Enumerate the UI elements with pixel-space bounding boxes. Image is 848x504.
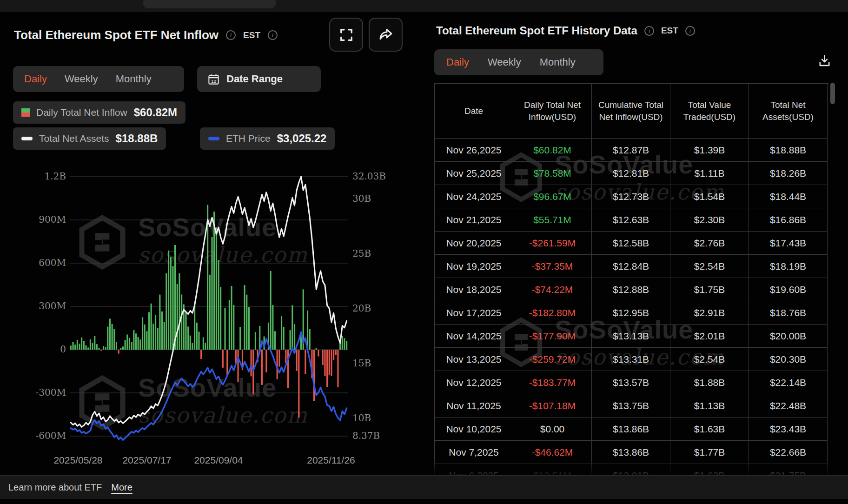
inflow-bar[interactable] xyxy=(335,350,337,355)
inflow-bar[interactable] xyxy=(83,341,85,350)
inflow-bar[interactable] xyxy=(174,245,176,350)
inflow-bar[interactable] xyxy=(168,251,169,350)
inflow-bar[interactable] xyxy=(205,343,206,350)
inflow-bar[interactable] xyxy=(283,327,285,350)
inflow-bar[interactable] xyxy=(342,336,343,350)
inflow-bar[interactable] xyxy=(346,341,347,350)
inflow-bar[interactable] xyxy=(244,285,245,350)
inflow-bar[interactable] xyxy=(233,305,234,350)
inflow-bar[interactable] xyxy=(318,350,319,357)
inflow-bar[interactable] xyxy=(305,350,306,374)
inflow-bar[interactable] xyxy=(94,336,95,350)
inflow-bar[interactable] xyxy=(225,308,226,350)
inflow-bar[interactable] xyxy=(103,346,104,350)
inflow-bar[interactable] xyxy=(226,350,228,375)
scrollbar-thumb[interactable] xyxy=(830,83,835,104)
inflow-bar[interactable] xyxy=(209,275,211,350)
inflow-bar[interactable] xyxy=(246,295,247,350)
inflow-bar[interactable] xyxy=(157,328,159,350)
inflow-bar[interactable] xyxy=(131,342,132,350)
inflow-bar[interactable] xyxy=(155,315,156,350)
download-button[interactable] xyxy=(815,50,834,71)
inflow-bar[interactable] xyxy=(179,273,180,350)
inflow-bar[interactable] xyxy=(92,343,93,350)
inflow-bar[interactable] xyxy=(313,350,315,401)
inflow-bar[interactable] xyxy=(337,350,338,387)
inflow-bar[interactable] xyxy=(287,350,289,388)
inflow-bar[interactable] xyxy=(294,324,295,350)
inflow-bar[interactable] xyxy=(198,332,199,350)
inflow-bar[interactable] xyxy=(270,271,272,350)
inflow-bar[interactable] xyxy=(187,326,189,350)
inflow-bar[interactable] xyxy=(99,348,100,350)
footer-more-link[interactable]: More xyxy=(111,482,132,493)
inflow-bar[interactable] xyxy=(152,324,154,350)
inflow-bar[interactable] xyxy=(181,294,182,350)
inflow-bar[interactable] xyxy=(73,342,74,350)
inflow-bar[interactable] xyxy=(172,266,173,350)
inflow-bar[interactable] xyxy=(216,227,217,350)
inflow-bar[interactable] xyxy=(122,346,124,350)
inflow-bar[interactable] xyxy=(170,257,172,350)
inflow-bar[interactable] xyxy=(100,350,102,351)
inflow-bar[interactable] xyxy=(107,326,108,350)
inflow-bar[interactable] xyxy=(324,350,325,376)
inflow-bar[interactable] xyxy=(79,344,80,350)
inflow-bar[interactable] xyxy=(248,307,250,350)
inflow-bar[interactable] xyxy=(81,338,82,350)
inflow-bar[interactable] xyxy=(329,350,330,375)
inflow-bar[interactable] xyxy=(120,348,121,350)
inflow-bar[interactable] xyxy=(74,345,76,350)
inflow-bar[interactable] xyxy=(265,350,267,372)
inflow-bar[interactable] xyxy=(316,348,317,350)
inflow-bar[interactable] xyxy=(139,339,141,350)
inflow-bar[interactable] xyxy=(251,350,252,376)
inflow-bar[interactable] xyxy=(196,323,198,350)
inflow-bar[interactable] xyxy=(331,350,332,376)
inflow-bar[interactable] xyxy=(212,237,213,350)
inflow-bar[interactable] xyxy=(285,350,286,363)
inflow-bar[interactable] xyxy=(159,295,160,350)
inflow-bar[interactable] xyxy=(309,329,311,350)
inflow-bar[interactable] xyxy=(86,345,87,350)
inflow-bar[interactable] xyxy=(220,287,221,350)
inflow-bar[interactable] xyxy=(218,260,219,350)
inflow-bar[interactable] xyxy=(190,336,191,350)
inflow-bar[interactable] xyxy=(112,324,113,350)
inflow-bar[interactable] xyxy=(274,331,276,350)
inflow-bar[interactable] xyxy=(278,350,280,367)
inflow-bar[interactable] xyxy=(222,350,224,368)
inflow-bar[interactable] xyxy=(129,338,130,350)
inflow-bar[interactable] xyxy=(144,325,146,350)
info-icon[interactable] xyxy=(644,26,654,36)
inflow-bar[interactable] xyxy=(185,312,186,350)
inflow-bar[interactable] xyxy=(118,350,119,354)
inflow-bar[interactable] xyxy=(255,332,256,350)
tab-weekly[interactable]: Weekly xyxy=(488,56,521,68)
chart-canvas[interactable] xyxy=(0,12,423,475)
inflow-bar[interactable] xyxy=(239,327,241,350)
inflow-bar[interactable] xyxy=(96,344,98,350)
tab-daily[interactable]: Daily xyxy=(446,56,469,68)
total-net-assets-line[interactable] xyxy=(71,177,346,427)
inflow-bar[interactable] xyxy=(229,300,230,350)
inflow-bar[interactable] xyxy=(322,350,324,365)
inflow-bar[interactable] xyxy=(146,331,147,350)
inflow-bar[interactable] xyxy=(296,350,298,371)
inflow-bar[interactable] xyxy=(87,347,89,350)
inflow-bar[interactable] xyxy=(298,350,299,418)
net-inflow-chart[interactable]: 1.2B900M600M300M0-300M-600M32.03B30B25B2… xyxy=(0,12,423,475)
inflow-bar[interactable] xyxy=(177,284,178,350)
inflow-bar[interactable] xyxy=(77,340,78,350)
inflow-bar[interactable] xyxy=(203,338,204,350)
inflow-bar[interactable] xyxy=(213,212,215,350)
inflow-bar[interactable] xyxy=(113,329,115,350)
inflow-bar[interactable] xyxy=(161,312,163,350)
inflow-bar[interactable] xyxy=(290,330,291,350)
inflow-bar[interactable] xyxy=(200,350,202,359)
inflow-bar[interactable] xyxy=(192,343,193,350)
info-icon[interactable] xyxy=(685,26,695,36)
inflow-bar[interactable] xyxy=(194,305,195,350)
inflow-bar[interactable] xyxy=(164,322,165,350)
inflow-bar[interactable] xyxy=(292,305,293,350)
